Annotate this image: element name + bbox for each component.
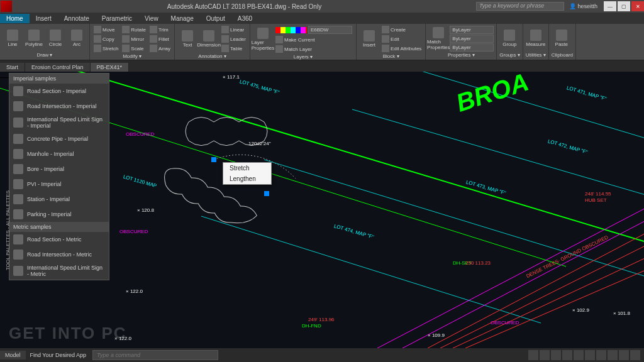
svg-line-11 [428, 229, 644, 348]
workspace-icon[interactable] [619, 350, 629, 360]
palette-item[interactable]: Road Intersection - Imperial [9, 99, 109, 114]
panel-label: Clipboard [552, 52, 573, 58]
tab-insert[interactable]: Insert [30, 14, 58, 23]
snap-toggle-icon[interactable] [540, 350, 550, 360]
tab-view[interactable]: View [138, 14, 165, 23]
panel-block: Insert Create Edit Edit Attributes Block… [357, 24, 426, 60]
match-layer-button[interactable]: Match Layer [274, 45, 353, 53]
palette-item[interactable]: Bore - Imperial [9, 162, 109, 177]
osnap-toggle-icon[interactable] [574, 350, 584, 360]
trim-button[interactable]: Trim [148, 25, 172, 34]
stretch-button[interactable]: Stretch [92, 44, 119, 53]
make-current-button[interactable]: Make Current [274, 35, 353, 44]
table-button[interactable]: Table [220, 44, 247, 53]
customize-icon[interactable] [630, 350, 640, 360]
context-stretch[interactable]: Stretch [223, 163, 271, 173]
palette-item[interactable]: Station - Imperial [9, 192, 109, 207]
edit-attributes-button[interactable]: Edit Attributes [380, 44, 423, 53]
doctab-erosion[interactable]: Erosion Control Plan [25, 63, 91, 72]
maximize-button[interactable]: ▢ [618, 1, 630, 11]
polyline-button[interactable]: Polyline [24, 30, 44, 47]
doctab-pbex41[interactable]: PB-EX41* [91, 63, 130, 72]
create-icon [382, 26, 389, 33]
panel-label: Utilities ▾ [526, 52, 546, 58]
palette-item[interactable]: International Speed Limit Sign - Metric [9, 262, 109, 280]
elev-marker: 249' 113.96 [308, 317, 335, 322]
palette-item[interactable]: Road Section - Metric [9, 232, 109, 247]
layer-properties-button[interactable]: Layer Properties [253, 28, 273, 51]
tool-palette[interactable]: Imperial samples Road Section - Imperial… [9, 73, 109, 280]
polyline-icon [28, 30, 40, 41]
speed-limit-icon [13, 118, 23, 128]
tab-output[interactable]: Output [200, 14, 231, 23]
measure-button[interactable]: Measure [526, 30, 546, 47]
group-button[interactable]: Group [499, 30, 519, 47]
app-logo-icon[interactable] [1, 1, 12, 12]
polar-toggle-icon[interactable] [562, 350, 572, 360]
prop-color-dropdown[interactable] [450, 26, 494, 34]
context-lengthen[interactable]: Lengthen [223, 173, 271, 184]
road-intersection-icon [13, 101, 23, 111]
arc-button[interactable]: Arc [67, 30, 87, 47]
fillet-button[interactable]: Fillet [148, 35, 172, 43]
palette-item[interactable]: Road Intersection - Metric [9, 247, 109, 262]
annotation-scale-icon[interactable] [608, 350, 618, 360]
obscured-label: OBSCURED [126, 131, 154, 137]
circle-button[interactable]: Circle [45, 30, 65, 47]
leader-button[interactable]: Leader [220, 35, 247, 43]
panel-groups: Group Groups ▾ [497, 24, 523, 60]
road-section-icon [13, 234, 23, 244]
line-button[interactable]: Line [3, 30, 23, 47]
dimension-button[interactable]: Dimension [199, 30, 219, 48]
doctab-start[interactable]: Start [0, 63, 25, 72]
grid-toggle-icon[interactable] [528, 350, 538, 360]
command-line-input[interactable] [92, 350, 218, 360]
model-tab[interactable]: Model [0, 351, 26, 359]
tab-parametric[interactable]: Parametric [96, 14, 138, 23]
insert-block-button[interactable]: Insert [359, 30, 379, 48]
tab-annotate[interactable]: Annotate [58, 14, 96, 23]
text-button[interactable]: Text [177, 30, 197, 48]
array-button[interactable]: Array [148, 44, 172, 53]
lineweight-toggle-icon[interactable] [585, 350, 595, 360]
close-button[interactable]: ✕ [631, 1, 644, 11]
tab-manage[interactable]: Manage [165, 14, 200, 23]
elev-marker: 250 113.23 [465, 260, 491, 266]
spot-elev: × 101.8 [613, 310, 630, 316]
palette-item[interactable]: International Speed Limit Sign - Imperia… [9, 114, 109, 131]
title-bar: Autodesk AutoCAD LT 2018 PB-EX41.dwg - R… [0, 0, 644, 13]
palette-item[interactable]: Road Section - Imperial [9, 84, 109, 99]
user-menu[interactable]: 👤 heseitth [564, 3, 602, 9]
rotate-button[interactable]: Rotate [121, 25, 147, 34]
group-icon [504, 30, 515, 41]
help-search-input[interactable]: Type a keyword or phrase [476, 2, 564, 11]
prop-lineweight-dropdown[interactable] [450, 43, 494, 52]
mirror-button[interactable]: Mirror [121, 35, 147, 43]
tab-home[interactable]: Home [0, 14, 30, 23]
panel-label: Draw ▾ [3, 52, 87, 58]
tab-a360[interactable]: A360 [231, 14, 258, 23]
palette-item[interactable]: Manhole - Imperial [9, 146, 109, 162]
edit-icon [382, 35, 389, 43]
minimize-button[interactable]: — [604, 1, 616, 11]
paste-button[interactable]: Paste [552, 30, 572, 47]
layer-dropdown[interactable] [274, 25, 353, 35]
palette-item[interactable]: Parking - Imperial [9, 207, 109, 222]
current-layer-input[interactable] [308, 26, 352, 34]
match-properties-button[interactable]: Match Properties [428, 27, 448, 50]
copy-button[interactable]: Copy [92, 35, 119, 43]
palette-item[interactable]: Concrete Pipe - Imperial [9, 131, 109, 146]
linear-button[interactable]: Linear [220, 25, 247, 34]
ortho-toggle-icon[interactable] [551, 350, 561, 360]
create-block-button[interactable]: Create [380, 25, 423, 34]
move-button[interactable]: Move [92, 25, 119, 34]
prop-linetype-dropdown[interactable] [450, 35, 494, 43]
edit-block-button[interactable]: Edit [380, 35, 423, 43]
watermark: GET INTO PC [9, 324, 127, 343]
document-tabs: Start Erosion Control Plan PB-EX41* [0, 60, 644, 72]
transparency-toggle-icon[interactable] [596, 350, 606, 360]
scale-button[interactable]: Scale [121, 44, 147, 53]
palette-item[interactable]: PVI - Imperial [9, 177, 109, 192]
panel-label: Modify ▾ [92, 53, 172, 60]
insert-icon [364, 30, 375, 41]
